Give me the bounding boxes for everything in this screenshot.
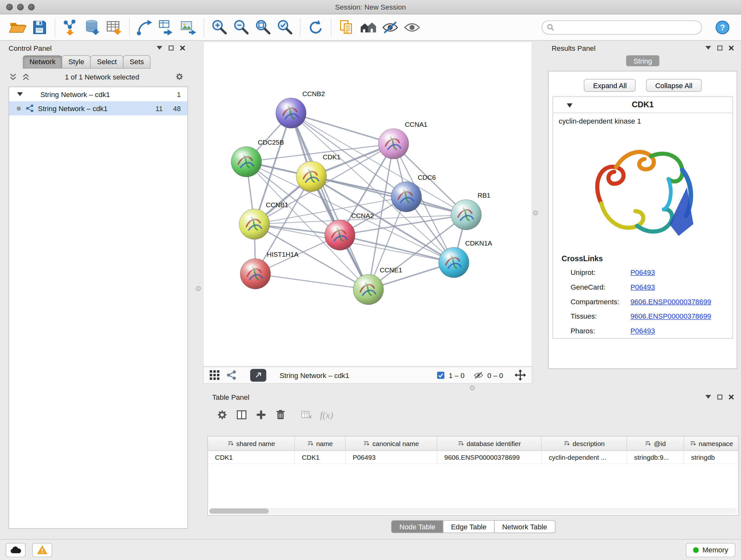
tab-network[interactable]: Network bbox=[23, 55, 62, 68]
column-header[interactable]: namespace bbox=[684, 436, 739, 450]
tab-edge-table[interactable]: Edge Table bbox=[443, 520, 495, 533]
scrollbar-thumb[interactable] bbox=[209, 509, 269, 514]
hide-selected-button[interactable] bbox=[380, 17, 401, 38]
column-header[interactable]: canonical name bbox=[346, 436, 437, 450]
panel-menu-icon[interactable] bbox=[705, 46, 711, 50]
zoom-selected-button[interactable] bbox=[274, 17, 295, 38]
import-table-button[interactable] bbox=[103, 17, 125, 38]
table-cell[interactable]: stringdb bbox=[684, 451, 739, 463]
refresh-button[interactable] bbox=[305, 17, 327, 38]
search-box[interactable] bbox=[542, 20, 702, 35]
network-edge[interactable] bbox=[312, 177, 466, 215]
tab-string[interactable]: String bbox=[626, 55, 659, 66]
gene-section-header[interactable]: CDK1 bbox=[553, 97, 732, 113]
network-edge[interactable] bbox=[291, 113, 368, 290]
crosslink-value[interactable]: 9606.ENSP00000378699 bbox=[630, 312, 711, 320]
network-node-CCNA1[interactable]: CCNA1 bbox=[379, 121, 428, 159]
table-cell[interactable]: stringdb:9... bbox=[627, 451, 684, 463]
zoom-in-button[interactable] bbox=[208, 17, 230, 38]
network-collection-row[interactable]: String Network – cdk1 1 bbox=[9, 87, 187, 101]
zoom-window-button[interactable] bbox=[28, 4, 35, 10]
float-panel-icon[interactable] bbox=[718, 45, 723, 50]
open-session-button[interactable] bbox=[7, 17, 28, 38]
tab-style[interactable]: Style bbox=[62, 55, 91, 68]
network-row-selected[interactable]: String Network – cdk1 11 48 bbox=[9, 101, 187, 115]
column-header[interactable]: database identifier bbox=[437, 436, 542, 450]
splitter-handle[interactable] bbox=[533, 210, 538, 215]
network-node-HIST1H1A[interactable]: HIST1H1A bbox=[240, 251, 299, 289]
zoom-out-button[interactable] bbox=[230, 17, 252, 38]
crosslink-value[interactable]: 9606.ENSP00000378699 bbox=[630, 298, 711, 306]
first-neighbors-button[interactable] bbox=[357, 17, 379, 38]
table-mode-gear-icon[interactable] bbox=[216, 409, 228, 421]
network-from-url-button[interactable] bbox=[134, 17, 155, 38]
minimize-window-button[interactable] bbox=[17, 4, 24, 10]
network-node-CCNB1[interactable]: CCNB1 bbox=[239, 201, 288, 240]
hidden-eye-icon[interactable] bbox=[473, 371, 483, 379]
network-node-CDKN1A[interactable]: CDKN1A bbox=[439, 240, 492, 278]
float-panel-icon[interactable] bbox=[718, 394, 723, 399]
expand-all-tree-icon[interactable] bbox=[10, 73, 17, 80]
splitter-handle[interactable] bbox=[470, 385, 475, 390]
tab-sets[interactable]: Sets bbox=[123, 55, 150, 68]
delete-column-trash-icon[interactable] bbox=[274, 409, 287, 421]
network-edge[interactable] bbox=[255, 274, 368, 290]
panel-menu-icon[interactable] bbox=[705, 395, 711, 399]
network-node-CCNB2[interactable]: CCNB2 bbox=[276, 90, 325, 128]
save-session-button[interactable] bbox=[28, 17, 50, 38]
memory-button[interactable]: Memory bbox=[686, 543, 735, 557]
close-panel-icon[interactable] bbox=[180, 45, 185, 50]
table-horizontal-scrollbar[interactable] bbox=[209, 508, 738, 514]
close-panel-icon[interactable] bbox=[729, 394, 734, 399]
import-network-button[interactable] bbox=[59, 17, 81, 38]
column-header[interactable]: description bbox=[542, 436, 627, 450]
network-view-canvas[interactable]: CCNB2CCNA1CDC25BCDK1CDC6RB1CCNB1CCNA2CDK… bbox=[203, 42, 532, 367]
splitter-handle[interactable] bbox=[196, 286, 201, 291]
crosslink-value[interactable]: P06493 bbox=[630, 283, 655, 291]
detach-view-button[interactable] bbox=[250, 369, 266, 381]
collapse-all-button[interactable]: Collapse All bbox=[646, 79, 701, 91]
section-collapse-icon[interactable] bbox=[566, 102, 573, 109]
function-builder-button[interactable]: f(x) bbox=[320, 409, 333, 420]
table-cell[interactable]: cyclin-dependent ... bbox=[542, 451, 627, 463]
tab-node-table[interactable]: Node Table bbox=[391, 520, 443, 533]
table-cell[interactable]: CDK1 bbox=[208, 451, 295, 463]
table-cell[interactable]: CDK1 bbox=[295, 451, 346, 463]
birdseye-view-icon[interactable] bbox=[209, 370, 220, 380]
network-small-icon[interactable] bbox=[226, 370, 237, 380]
column-header[interactable]: @id bbox=[627, 436, 684, 450]
close-panel-icon[interactable] bbox=[729, 45, 734, 50]
tab-network-table[interactable]: Network Table bbox=[494, 520, 555, 533]
import-network-database-button[interactable] bbox=[81, 17, 103, 38]
selected-checkbox-icon[interactable] bbox=[437, 371, 445, 379]
search-input[interactable] bbox=[557, 23, 697, 31]
expand-all-button[interactable]: Expand All bbox=[584, 79, 636, 91]
fit-content-button[interactable] bbox=[252, 17, 274, 38]
export-image-button[interactable] bbox=[178, 17, 199, 38]
show-columns-icon[interactable] bbox=[235, 409, 248, 421]
collapse-triangle-icon[interactable] bbox=[17, 91, 23, 98]
table-cell[interactable]: 9606.ENSP00000378699 bbox=[437, 451, 542, 463]
close-window-button[interactable] bbox=[6, 4, 13, 10]
annotation-button[interactable] bbox=[336, 17, 357, 38]
float-panel-icon[interactable] bbox=[169, 45, 174, 50]
collapse-all-tree-icon[interactable] bbox=[22, 73, 29, 80]
warnings-button[interactable] bbox=[32, 543, 52, 557]
table-cell[interactable]: P06493 bbox=[346, 451, 437, 463]
fit-selected-crosshair-icon[interactable] bbox=[515, 369, 526, 381]
show-all-button[interactable] bbox=[401, 17, 423, 38]
network-node-CDK1[interactable]: CDK1 bbox=[296, 153, 340, 192]
column-header[interactable]: name bbox=[295, 436, 346, 450]
panel-menu-icon[interactable] bbox=[157, 46, 162, 50]
help-button[interactable]: ? bbox=[715, 19, 731, 36]
cloud-status-button[interactable] bbox=[6, 543, 25, 557]
network-options-gear-icon[interactable] bbox=[175, 72, 184, 81]
crosslink-value[interactable]: P06493 bbox=[630, 327, 655, 335]
crosslink-value[interactable]: P06493 bbox=[630, 268, 655, 276]
tab-select[interactable]: Select bbox=[90, 55, 124, 68]
network-edge[interactable] bbox=[291, 113, 394, 144]
column-header[interactable]: shared name bbox=[208, 436, 295, 450]
create-column-plus-icon[interactable] bbox=[255, 409, 267, 421]
network-node-RB1[interactable]: RB1 bbox=[451, 192, 490, 230]
table-row[interactable]: CDK1CDK1P064939606.ENSP00000378699cyclin… bbox=[208, 451, 738, 464]
